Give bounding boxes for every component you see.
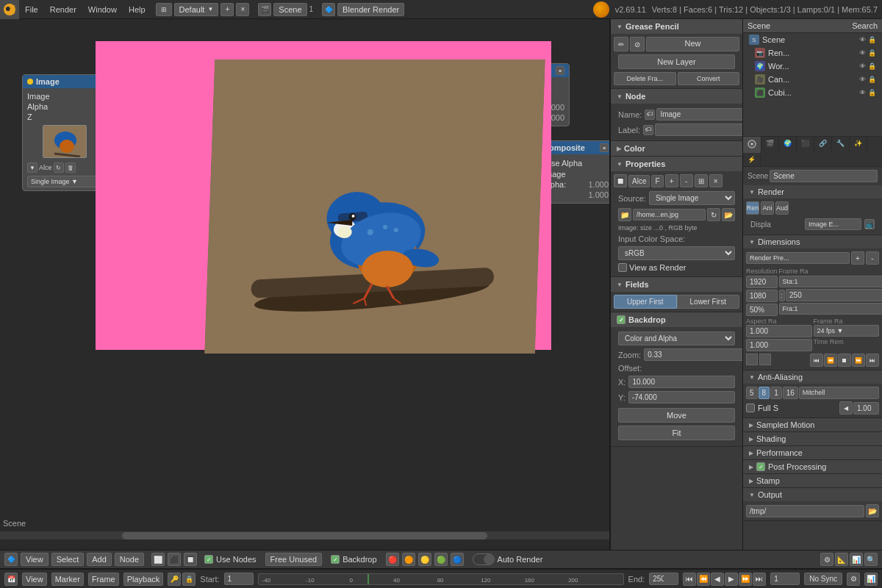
upper-first-btn[interactable]: Upper First — [614, 295, 677, 309]
node-name-input[interactable] — [656, 108, 742, 121]
menu-render[interactable]: Render — [44, 2, 82, 17]
props-tab-world[interactable]: 🌍 — [779, 137, 797, 153]
play-begin-icon[interactable]: ⏮ — [810, 354, 823, 367]
gp-draw-icon[interactable]: ✏ — [614, 37, 628, 51]
props-tab-constraint[interactable]: 🔗 — [814, 137, 832, 153]
play-end-icon[interactable]: ⏭ — [866, 354, 879, 367]
tool-icon-3[interactable]: 📊 — [850, 553, 863, 566]
backdrop-y-input[interactable] — [628, 391, 735, 404]
scrollbar-thumb[interactable] — [122, 532, 487, 539]
add-btn[interactable]: Add — [87, 553, 112, 566]
current-frame-input[interactable] — [770, 573, 800, 585]
gp-new-layer-btn[interactable]: New Layer — [618, 54, 735, 69]
timeline-type-icon[interactable]: 📅 — [4, 573, 18, 586]
auto-render-toggle[interactable] — [473, 553, 495, 565]
props-file-icon[interactable]: 📁 — [618, 208, 631, 221]
bg-icon-1[interactable]: 🔴 — [386, 553, 399, 566]
play-back-icon[interactable]: ⏪ — [824, 354, 837, 367]
keyframe-icon[interactable]: 🔑 — [168, 573, 181, 586]
render-preset-add[interactable]: + — [851, 251, 864, 265]
fps-input[interactable]: 24 fps ▼ — [814, 325, 880, 337]
scene-selector[interactable]: Scene — [273, 3, 306, 16]
screen-remove-icon[interactable]: × — [236, 3, 249, 16]
pb-play-fwd[interactable]: ▶ — [725, 573, 738, 586]
props-view-render-check[interactable] — [618, 263, 627, 272]
tool-icon-4[interactable]: 🔍 — [864, 553, 878, 566]
timeline-frame-btn[interactable]: Frame — [88, 573, 119, 586]
sampled-motion-header[interactable]: ▶ Sampled Motion — [743, 418, 882, 431]
node-section-header[interactable]: ▼ Node — [611, 89, 742, 104]
backdrop-check[interactable] — [331, 555, 340, 564]
node-image[interactable]: Image Image Alpha Z — [22, 74, 107, 191]
use-nodes-check[interactable] — [204, 555, 213, 564]
node-type-select[interactable]: Single Image ▼ — [27, 176, 101, 187]
start-frame-input[interactable] — [224, 573, 254, 585]
gp-delete-frame-btn[interactable]: Delete Fra... — [614, 72, 676, 85]
play-fwd-icon[interactable]: ⏩ — [852, 354, 865, 367]
output-path-input[interactable] — [746, 505, 864, 517]
props-tab-object[interactable]: ⬛ — [797, 137, 814, 153]
pb-jump-end[interactable]: ⏭ — [753, 573, 766, 586]
editor-type-icon[interactable]: 🔷 — [4, 553, 18, 566]
timeline-playback-btn[interactable]: Playback — [123, 573, 164, 586]
outliner-item-render[interactable]: 📷 Ren... 👁 🔒 — [743, 46, 882, 60]
render-display-icon[interactable]: 📺 — [864, 219, 875, 229]
props-f-btn[interactable]: F — [651, 175, 663, 187]
outliner-item-cube[interactable]: ⬛ Cubi... 👁 🔒 — [743, 86, 882, 99]
backdrop-fit-btn[interactable]: Fit — [618, 426, 735, 440]
aa-val-1[interactable]: 1 — [770, 387, 782, 399]
node-canvas[interactable]: Image Image Alpha Z — [0, 19, 609, 531]
play-stop-icon[interactable]: ⏹ — [838, 354, 851, 367]
fra-input[interactable]: Fra:1 — [779, 303, 882, 315]
pb-play-back[interactable]: ◀ — [711, 573, 724, 586]
editor-icon-1[interactable]: ⬜ — [151, 553, 165, 566]
backdrop-enabled-check[interactable] — [617, 315, 625, 324]
render-preset-select[interactable]: Render Pre... — [746, 252, 850, 264]
render-tab-ren[interactable]: Ren — [746, 201, 759, 215]
screen-selector[interactable]: Default ▼ — [174, 3, 219, 16]
props-folder-icon[interactable]: 📂 — [722, 208, 735, 221]
props-file-input[interactable]: /home...en.jpg — [633, 209, 706, 220]
engine-selector[interactable]: Blender Render — [337, 3, 404, 16]
bg-icon-2[interactable]: 🟠 — [402, 553, 415, 566]
menu-window[interactable]: Window — [82, 2, 123, 17]
render-tab-ani[interactable]: Ani — [761, 201, 774, 215]
res-height-input[interactable] — [746, 290, 778, 302]
aa-full-s-check[interactable] — [746, 404, 755, 412]
props-icon3[interactable]: - — [680, 174, 693, 187]
properties-section-header[interactable]: ▼ Properties — [611, 157, 742, 171]
res-percent-input[interactable] — [746, 304, 778, 316]
bg-icon-4[interactable]: 🟢 — [434, 553, 448, 566]
color-sq1[interactable] — [746, 354, 758, 365]
props-tab-physics[interactable]: ⚡ — [743, 153, 761, 166]
backdrop-section-header[interactable]: Backdrop — [611, 312, 742, 327]
aspect-x-input[interactable] — [746, 325, 812, 337]
gp-erase-icon[interactable]: ⊘ — [630, 37, 645, 51]
composite-close-icon[interactable]: × — [600, 143, 609, 152]
aa-full-s-input[interactable] — [853, 402, 879, 415]
props-tab-scene[interactable]: 🎬 — [761, 137, 779, 153]
output-header[interactable]: ▼ Output — [743, 488, 882, 501]
aa-filter-select[interactable]: Mitchell — [799, 387, 879, 399]
props-icon1[interactable]: 🔲 — [614, 174, 627, 187]
timeline-tool-1[interactable]: ⚙ — [847, 573, 860, 586]
post-processing-header[interactable]: ▶ Post Processing — [743, 460, 882, 473]
aa-val-16[interactable]: 16 — [783, 387, 798, 399]
sync-select[interactable]: No Sync — [804, 573, 842, 585]
lower-first-btn[interactable]: Lower First — [677, 295, 740, 309]
color-sq2[interactable] — [759, 354, 771, 365]
horizontal-scrollbar[interactable] — [0, 531, 609, 539]
aa-val-8[interactable]: 8 — [759, 387, 770, 399]
node-ctrl-1[interactable]: ▼ — [27, 162, 37, 173]
color-section-header[interactable]: ▶ Color — [611, 141, 742, 156]
props-tab-render[interactable] — [743, 137, 761, 153]
select-btn[interactable]: Select — [51, 553, 85, 566]
props-reload-icon[interactable]: ↻ — [707, 208, 720, 221]
screen-layout-icon[interactable]: ⊞ — [156, 3, 172, 16]
anti-aliasing-header[interactable]: ▼ Anti-Aliasing — [743, 370, 882, 384]
props-icon2[interactable]: + — [665, 174, 678, 187]
grease-pencil-header[interactable]: ▼ Grease Pencil — [611, 19, 742, 34]
props-copy-icon[interactable]: ⊞ — [695, 174, 708, 187]
outliner-item-world[interactable]: 🌍 Wor... 👁 🔒 — [743, 60, 882, 73]
node-ctrl-2[interactable]: ↻ — [54, 162, 64, 173]
